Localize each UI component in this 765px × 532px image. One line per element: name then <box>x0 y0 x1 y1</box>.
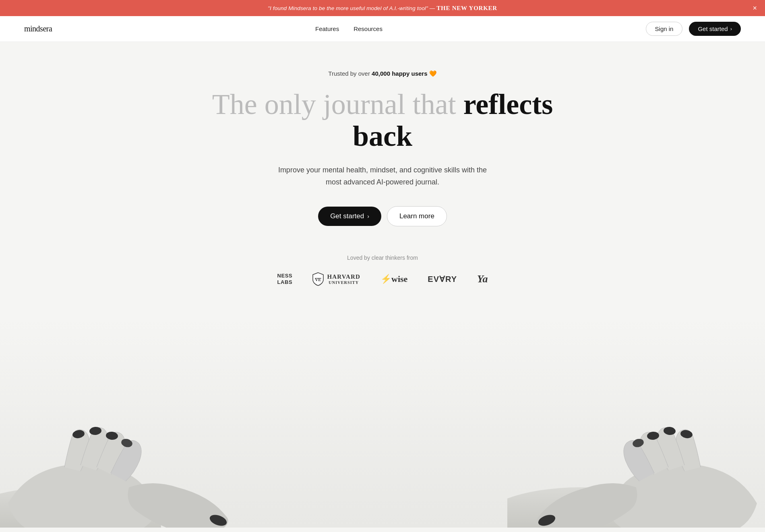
logo-nesslabs: NESS LABS <box>277 273 292 285</box>
logo-wise: ⚡wise <box>380 274 407 284</box>
nav-getstarted-button[interactable]: Get started › <box>689 22 741 36</box>
banner-close-button[interactable]: × <box>753 4 757 12</box>
nav-features-link[interactable]: Features <box>315 25 339 32</box>
logo-ya: Ya <box>477 273 488 285</box>
tagline-bold: 40,000 happy users <box>372 70 427 77</box>
banner-dash: — <box>430 5 437 11</box>
hero-getstarted-label: Get started <box>330 212 364 220</box>
banner-text: "I found Mindsera to be the more useful … <box>16 5 749 12</box>
left-hand-illustration <box>0 334 258 528</box>
nav-links: Features Resources <box>315 25 382 32</box>
logo-harvard: VE HARVARD UNIVERSITY <box>312 272 360 286</box>
hero-heading: The only journal that reflects back <box>201 89 564 152</box>
svg-text:VE: VE <box>315 277 321 282</box>
announcement-banner: "I found Mindsera to be the more useful … <box>0 0 765 16</box>
hero-section: Trusted by over 40,000 happy users 🧡 The… <box>0 42 765 318</box>
logos-section: Loved by clear thinkers from NESS LABS V… <box>277 255 488 286</box>
site-logo[interactable]: mindsera <box>24 24 52 33</box>
main-nav: mindsera Features Resources Sign in Get … <box>0 16 765 42</box>
hero-tagline: Trusted by over 40,000 happy users 🧡 <box>328 70 436 77</box>
nav-getstarted-label: Get started <box>698 25 728 32</box>
logo-every: EV∀RY <box>428 274 457 284</box>
tagline-emoji: 🧡 <box>429 70 437 77</box>
logos-row: NESS LABS VE HARVARD UNIVERSITY ⚡wise <box>277 272 488 286</box>
hands-illustration <box>0 318 765 528</box>
nav-resources-link[interactable]: Resources <box>354 25 382 32</box>
chevron-right-icon: › <box>730 26 732 32</box>
banner-quote: "I found Mindsera to be the more useful … <box>268 5 428 11</box>
right-hand-illustration <box>507 334 765 528</box>
hero-buttons: Get started › Learn more <box>318 206 447 226</box>
harvard-shield-icon: VE <box>312 272 324 286</box>
hero-subtext: Improve your mental health, mindset, and… <box>274 164 491 188</box>
logos-label: Loved by clear thinkers from <box>347 255 418 261</box>
banner-publication: THE NEW YORKER <box>436 5 497 11</box>
nav-actions: Sign in Get started › <box>646 22 741 36</box>
heading-light-part: The only journal that <box>212 88 463 120</box>
hero-chevron-icon: › <box>367 213 369 219</box>
hero-getstarted-button[interactable]: Get started › <box>318 207 381 226</box>
tagline-prefix: Trusted by over <box>328 70 372 77</box>
signin-button[interactable]: Sign in <box>646 22 683 36</box>
hero-learnmore-button[interactable]: Learn more <box>387 206 447 226</box>
